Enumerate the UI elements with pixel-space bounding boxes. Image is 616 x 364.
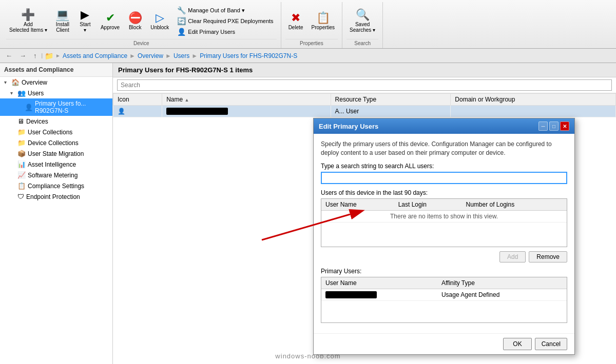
dialog-recent-empty-row: There are no items to show in this view. [321,210,567,222]
breadcrumb-users[interactable]: Users [174,52,189,59]
primary-affinity-cell: Usage Agent Defined [437,289,567,300]
content-search-input[interactable] [117,79,612,91]
user-row-icon: 👤 [118,108,125,115]
start-button[interactable]: ▶ Start ▾ [75,7,95,35]
unblock-button[interactable]: ▷ Unblock [147,10,172,32]
col-username: User Name [321,199,394,211]
properties-button[interactable]: 📋 Properties [309,10,338,32]
content-table-header: Icon Name ▲ Resource Type Domain or Work… [113,94,616,106]
start-label: Start ▾ [80,22,90,33]
dialog-add-button[interactable]: Add [499,251,526,262]
sidebar-item-device-collections[interactable]: 📁 Device Collections [0,137,112,148]
dialog-recent-body: There are no items to show in this view. [321,210,567,222]
add-selected-button[interactable]: ➕ Add Selected Items ▾ [6,7,50,35]
user-state-icon: 📦 [17,150,26,157]
search-bar-area [113,77,616,93]
folder-icon: 📁 [45,52,53,60]
computer-icon: 💻 [55,9,69,21]
dialog-primary-users-label: Primary Users: [321,268,567,275]
breadcrumb-overview[interactable]: Overview [138,52,163,59]
content-table: Icon Name ▲ Resource Type Domain or Work… [113,93,616,117]
sidebar-item-endpoint-protection[interactable]: 🛡 Endpoint Protection [0,191,112,202]
saved-searches-button[interactable]: 🔍 Saved Searches ▾ [346,7,378,35]
sidebar-header: Assets and Compliance [0,63,112,77]
play-icon: ▶ [81,9,89,21]
users-expand-icon: ▾ [10,90,17,96]
expand-icon: ▾ [4,79,11,85]
dialog-titlebar-buttons: ─ □ ✕ [538,122,569,131]
sidebar-item-user-collections[interactable]: 📁 User Collections [0,127,112,137]
asset-intelligence-icon: 📊 [17,160,26,168]
edit-primary-users-ribbon-button[interactable]: 👤 Edit Primary Users [174,27,276,37]
dialog-recent-table: User Name Last Login Number of Logins Th… [321,199,567,223]
breadcrumb-sep-1: ► [129,52,136,59]
user-state-label: User State Migration [28,150,84,157]
sidebar-item-software-metering[interactable]: 📈 Software Metering [0,170,112,180]
dialog-cancel-button[interactable]: Cancel [535,338,567,350]
overview-label: Overview [22,79,47,86]
up-button[interactable]: ↑ [31,50,40,61]
breadcrumb: Assets and Compliance ► Overview ► Users… [63,52,297,59]
ribbon-search-items: 🔍 Saved Searches ▾ [346,3,378,39]
row-domain-cell [451,106,616,117]
dialog-empty-message: There are no items to show in this view. [321,210,567,222]
sidebar-item-overview[interactable]: ▾ 🏠 Overview [0,77,112,88]
sidebar-item-user-state-migration[interactable]: 📦 User State Migration [0,148,112,159]
col-domain[interactable]: Domain or Workgroup [451,94,616,106]
table-row[interactable]: 👤 A... User [113,106,616,117]
endpoint-protection-icon: 🛡 [17,193,24,200]
col-affinity-type: Affinity Type [437,277,567,289]
block-button[interactable]: ⛔ Block [125,10,145,32]
dialog-ok-button[interactable]: OK [503,338,531,350]
dialog-minimize-button[interactable]: ─ [538,122,548,131]
install-client-button[interactable]: 💻 Install Client [52,7,73,35]
dialog-search-input[interactable] [321,172,567,184]
dialog-primary-table: User Name Affinity Type Usage Agent Defi… [321,277,567,301]
nav-separator: | [42,53,43,58]
row-icon-cell: 👤 [113,106,162,117]
content-header: Primary Users for FHS-R902G7N-S 1 items [113,63,616,77]
ribbon-group-search: 🔍 Saved Searches ▾ Search [342,2,383,48]
delete-button[interactable]: ✖ Delete [285,10,306,32]
breadcrumb-primary-users[interactable]: Primary Users for FHS-R902G7N-S [200,52,297,59]
dialog-description: Specify the primary users of this device… [321,140,567,157]
manage-out-of-band-button[interactable]: 🔧 Manage Out of Band ▾ [174,5,276,15]
nav-arrow-1: ► [55,53,61,58]
users-label: Users [28,90,44,97]
dialog-primary-row[interactable]: Usage Agent Defined [321,289,567,300]
dialog-primary-header: User Name Affinity Type [321,277,567,289]
breadcrumb-assets[interactable]: Assets and Compliance [63,52,127,59]
ribbon-small-buttons: 🔧 Manage Out of Band ▾ 🔄 Clear Required … [174,5,276,37]
dialog-recent-header: User Name Last Login Number of Logins [321,199,567,211]
sidebar-item-asset-intelligence[interactable]: 📊 Asset Intelligence [0,159,112,170]
manage-icon: 🔧 [177,6,186,14]
ribbon-large-buttons: ➕ Add Selected Items ▾ 💻 Install Client … [6,3,277,39]
approve-button[interactable]: ✔ Approve [98,10,123,32]
sidebar-item-users[interactable]: ▾ 👥 Users [0,88,112,98]
col-num-logins: Number of Logins [461,199,567,211]
dialog-maximize-button[interactable]: □ [549,122,559,131]
col-name[interactable]: Name ▲ [162,94,331,106]
clear-pxe-button[interactable]: 🔄 Clear Required PXE Deployments [174,16,276,26]
sidebar-item-devices[interactable]: 🖥 Devices [0,116,112,127]
edit-primary-label: Edit Primary Users [188,29,235,35]
dialog-titlebar[interactable]: Edit Primary Users ─ □ ✕ [314,118,574,134]
dialog-title: Edit Primary Users [319,123,378,130]
sidebar-item-compliance-settings[interactable]: 📋 Compliance Settings [0,180,112,191]
col-icon[interactable]: Icon [113,94,162,106]
dialog-remove-button[interactable]: Remove [529,251,567,262]
unblock-icon: ▷ [156,12,164,24]
breadcrumb-sep-2: ► [165,52,171,59]
sidebar: Assets and Compliance ▾ 🏠 Overview ▾ 👥 U… [0,63,113,364]
row-name-cell [162,106,331,117]
software-metering-icon: 📈 [17,171,26,179]
col-resource-type[interactable]: Resource Type [331,94,451,106]
search-binoculars-icon: 🔍 [356,9,370,21]
user-edit-icon: 👤 [177,28,186,36]
ribbon: ➕ Add Selected Items ▾ 💻 Install Client … [0,0,616,49]
back-button[interactable]: ← [3,50,15,61]
delete-icon: ✖ [291,12,300,24]
forward-button[interactable]: → [17,50,29,61]
sidebar-item-primary-users[interactable]: 👤 Primary Users fo... R902G7N-S [0,98,112,116]
dialog-close-button[interactable]: ✕ [560,122,569,131]
